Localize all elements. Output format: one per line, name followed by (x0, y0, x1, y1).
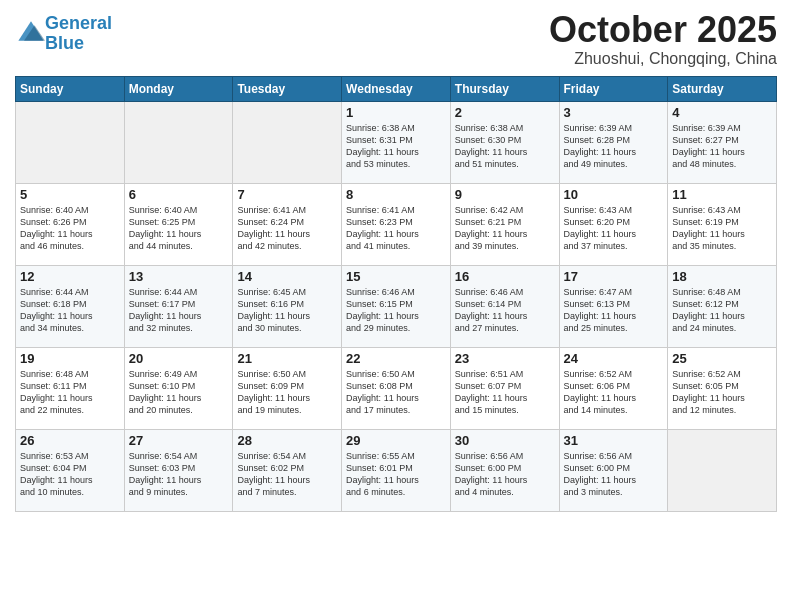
calendar-cell: 26Sunrise: 6:53 AM Sunset: 6:04 PM Dayli… (16, 429, 125, 511)
day-number: 14 (237, 269, 337, 284)
day-number: 25 (672, 351, 772, 366)
day-number: 22 (346, 351, 446, 366)
calendar-cell: 28Sunrise: 6:54 AM Sunset: 6:02 PM Dayli… (233, 429, 342, 511)
calendar-cell: 18Sunrise: 6:48 AM Sunset: 6:12 PM Dayli… (668, 265, 777, 347)
cell-info: Sunrise: 6:54 AM Sunset: 6:03 PM Dayligh… (129, 450, 229, 499)
calendar-week-row: 26Sunrise: 6:53 AM Sunset: 6:04 PM Dayli… (16, 429, 777, 511)
day-number: 7 (237, 187, 337, 202)
day-number: 29 (346, 433, 446, 448)
calendar-cell: 13Sunrise: 6:44 AM Sunset: 6:17 PM Dayli… (124, 265, 233, 347)
weekday-header: Wednesday (342, 76, 451, 101)
cell-info: Sunrise: 6:55 AM Sunset: 6:01 PM Dayligh… (346, 450, 446, 499)
calendar-cell: 27Sunrise: 6:54 AM Sunset: 6:03 PM Dayli… (124, 429, 233, 511)
cell-info: Sunrise: 6:52 AM Sunset: 6:06 PM Dayligh… (564, 368, 664, 417)
calendar-cell: 5Sunrise: 6:40 AM Sunset: 6:26 PM Daylig… (16, 183, 125, 265)
page-container: General Blue October 2025 Zhuoshui, Chon… (0, 0, 792, 520)
calendar-cell: 8Sunrise: 6:41 AM Sunset: 6:23 PM Daylig… (342, 183, 451, 265)
calendar-cell: 25Sunrise: 6:52 AM Sunset: 6:05 PM Dayli… (668, 347, 777, 429)
calendar-cell (124, 101, 233, 183)
cell-info: Sunrise: 6:53 AM Sunset: 6:04 PM Dayligh… (20, 450, 120, 499)
day-number: 18 (672, 269, 772, 284)
day-number: 27 (129, 433, 229, 448)
cell-info: Sunrise: 6:40 AM Sunset: 6:26 PM Dayligh… (20, 204, 120, 253)
logo-icon (17, 18, 45, 46)
day-number: 26 (20, 433, 120, 448)
cell-info: Sunrise: 6:46 AM Sunset: 6:15 PM Dayligh… (346, 286, 446, 335)
day-number: 30 (455, 433, 555, 448)
cell-info: Sunrise: 6:50 AM Sunset: 6:08 PM Dayligh… (346, 368, 446, 417)
calendar-cell: 10Sunrise: 6:43 AM Sunset: 6:20 PM Dayli… (559, 183, 668, 265)
weekday-header: Thursday (450, 76, 559, 101)
title-block: October 2025 Zhuoshui, Chongqing, China (549, 10, 777, 68)
day-number: 23 (455, 351, 555, 366)
cell-info: Sunrise: 6:45 AM Sunset: 6:16 PM Dayligh… (237, 286, 337, 335)
calendar-cell: 23Sunrise: 6:51 AM Sunset: 6:07 PM Dayli… (450, 347, 559, 429)
cell-info: Sunrise: 6:48 AM Sunset: 6:11 PM Dayligh… (20, 368, 120, 417)
day-number: 28 (237, 433, 337, 448)
day-number: 2 (455, 105, 555, 120)
cell-info: Sunrise: 6:39 AM Sunset: 6:28 PM Dayligh… (564, 122, 664, 171)
calendar-cell: 14Sunrise: 6:45 AM Sunset: 6:16 PM Dayli… (233, 265, 342, 347)
cell-info: Sunrise: 6:43 AM Sunset: 6:20 PM Dayligh… (564, 204, 664, 253)
calendar-cell: 22Sunrise: 6:50 AM Sunset: 6:08 PM Dayli… (342, 347, 451, 429)
weekday-header: Sunday (16, 76, 125, 101)
calendar-cell (233, 101, 342, 183)
calendar-cell: 9Sunrise: 6:42 AM Sunset: 6:21 PM Daylig… (450, 183, 559, 265)
cell-info: Sunrise: 6:42 AM Sunset: 6:21 PM Dayligh… (455, 204, 555, 253)
calendar-cell (16, 101, 125, 183)
calendar-week-row: 12Sunrise: 6:44 AM Sunset: 6:18 PM Dayli… (16, 265, 777, 347)
day-number: 21 (237, 351, 337, 366)
cell-info: Sunrise: 6:38 AM Sunset: 6:31 PM Dayligh… (346, 122, 446, 171)
calendar-week-row: 1Sunrise: 6:38 AM Sunset: 6:31 PM Daylig… (16, 101, 777, 183)
day-number: 8 (346, 187, 446, 202)
calendar-table: SundayMondayTuesdayWednesdayThursdayFrid… (15, 76, 777, 512)
calendar-cell: 17Sunrise: 6:47 AM Sunset: 6:13 PM Dayli… (559, 265, 668, 347)
cell-info: Sunrise: 6:41 AM Sunset: 6:24 PM Dayligh… (237, 204, 337, 253)
cell-info: Sunrise: 6:43 AM Sunset: 6:19 PM Dayligh… (672, 204, 772, 253)
calendar-cell: 1Sunrise: 6:38 AM Sunset: 6:31 PM Daylig… (342, 101, 451, 183)
calendar-cell: 29Sunrise: 6:55 AM Sunset: 6:01 PM Dayli… (342, 429, 451, 511)
cell-info: Sunrise: 6:46 AM Sunset: 6:14 PM Dayligh… (455, 286, 555, 335)
calendar-cell: 6Sunrise: 6:40 AM Sunset: 6:25 PM Daylig… (124, 183, 233, 265)
calendar-cell: 21Sunrise: 6:50 AM Sunset: 6:09 PM Dayli… (233, 347, 342, 429)
header: General Blue October 2025 Zhuoshui, Chon… (15, 10, 777, 68)
day-number: 6 (129, 187, 229, 202)
cell-info: Sunrise: 6:51 AM Sunset: 6:07 PM Dayligh… (455, 368, 555, 417)
calendar-cell: 3Sunrise: 6:39 AM Sunset: 6:28 PM Daylig… (559, 101, 668, 183)
day-number: 12 (20, 269, 120, 284)
day-number: 1 (346, 105, 446, 120)
logo: General Blue (15, 14, 112, 54)
calendar-cell: 24Sunrise: 6:52 AM Sunset: 6:06 PM Dayli… (559, 347, 668, 429)
day-number: 9 (455, 187, 555, 202)
day-number: 4 (672, 105, 772, 120)
calendar-cell: 4Sunrise: 6:39 AM Sunset: 6:27 PM Daylig… (668, 101, 777, 183)
day-number: 5 (20, 187, 120, 202)
calendar-week-row: 5Sunrise: 6:40 AM Sunset: 6:26 PM Daylig… (16, 183, 777, 265)
cell-info: Sunrise: 6:54 AM Sunset: 6:02 PM Dayligh… (237, 450, 337, 499)
day-number: 10 (564, 187, 664, 202)
day-number: 16 (455, 269, 555, 284)
weekday-header: Tuesday (233, 76, 342, 101)
calendar-week-row: 19Sunrise: 6:48 AM Sunset: 6:11 PM Dayli… (16, 347, 777, 429)
cell-info: Sunrise: 6:44 AM Sunset: 6:17 PM Dayligh… (129, 286, 229, 335)
day-number: 24 (564, 351, 664, 366)
calendar-cell: 2Sunrise: 6:38 AM Sunset: 6:30 PM Daylig… (450, 101, 559, 183)
calendar-cell: 11Sunrise: 6:43 AM Sunset: 6:19 PM Dayli… (668, 183, 777, 265)
cell-info: Sunrise: 6:48 AM Sunset: 6:12 PM Dayligh… (672, 286, 772, 335)
weekday-header: Saturday (668, 76, 777, 101)
calendar-cell: 31Sunrise: 6:56 AM Sunset: 6:00 PM Dayli… (559, 429, 668, 511)
calendar-cell: 15Sunrise: 6:46 AM Sunset: 6:15 PM Dayli… (342, 265, 451, 347)
cell-info: Sunrise: 6:56 AM Sunset: 6:00 PM Dayligh… (455, 450, 555, 499)
day-number: 13 (129, 269, 229, 284)
calendar-cell: 16Sunrise: 6:46 AM Sunset: 6:14 PM Dayli… (450, 265, 559, 347)
cell-info: Sunrise: 6:38 AM Sunset: 6:30 PM Dayligh… (455, 122, 555, 171)
calendar-location: Zhuoshui, Chongqing, China (549, 50, 777, 68)
cell-info: Sunrise: 6:39 AM Sunset: 6:27 PM Dayligh… (672, 122, 772, 171)
calendar-cell: 19Sunrise: 6:48 AM Sunset: 6:11 PM Dayli… (16, 347, 125, 429)
calendar-cell (668, 429, 777, 511)
calendar-cell: 30Sunrise: 6:56 AM Sunset: 6:00 PM Dayli… (450, 429, 559, 511)
logo-text: General Blue (45, 14, 112, 54)
calendar-title: October 2025 (549, 10, 777, 50)
cell-info: Sunrise: 6:44 AM Sunset: 6:18 PM Dayligh… (20, 286, 120, 335)
cell-info: Sunrise: 6:56 AM Sunset: 6:00 PM Dayligh… (564, 450, 664, 499)
